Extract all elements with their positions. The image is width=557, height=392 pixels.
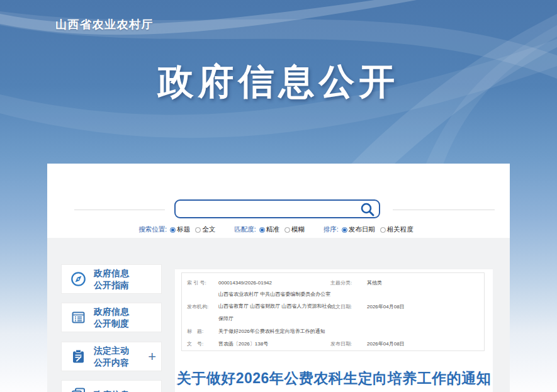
written-date-label: 成文日期:	[330, 303, 367, 310]
radio-unselected-icon[interactable]	[380, 227, 386, 233]
radio-option-relevance[interactable]: 相关程度	[380, 225, 414, 234]
radio-option-label: 模糊	[291, 225, 305, 234]
sidebar-item-disclosure-system[interactable]: 政府信息 公开制度	[61, 303, 162, 332]
page-title: 政府信息公开	[0, 58, 557, 106]
article-content-card: 索 引 号: 000014349/2026-01942 主题分类: 其他类 发布…	[175, 269, 493, 392]
sort-order-group: 排序: 发布日期 相关程度	[324, 225, 419, 234]
topic-category-label: 主题分类:	[330, 279, 367, 286]
search-icon[interactable]	[360, 202, 375, 217]
document-list-icon	[70, 309, 87, 326]
radio-option-label: 相关程度	[387, 225, 414, 234]
radio-selected-icon[interactable]	[259, 227, 265, 233]
doc-number-label: 文 号:	[182, 340, 218, 347]
document-meta-table: 索 引 号: 000014349/2026-01942 主题分类: 其他类 发布…	[181, 272, 485, 351]
doc-title-value: 关于做好2026年公费农科生定向培养工作的通知	[218, 328, 484, 335]
content-panel: 搜索位置: 标题 全文 匹配度: 精准 模糊	[47, 164, 510, 392]
radio-selected-icon[interactable]	[170, 227, 176, 233]
radio-option-precise[interactable]: 精准	[259, 225, 279, 234]
radio-selected-icon[interactable]	[342, 227, 347, 233]
sidebar-item-disclosure-report[interactable]: 政府信息	[61, 380, 162, 392]
sidebar-item-label: 政府信息 公开指南	[94, 267, 129, 290]
panel-body: 政府信息 公开指南 政府信息 公开制度	[47, 238, 510, 392]
radio-option-label: 标题	[177, 225, 190, 234]
sort-order-label: 排序:	[324, 225, 339, 234]
search-input[interactable]	[181, 201, 359, 218]
match-degree-label: 匹配度:	[234, 225, 256, 234]
doc-title-label: 标 题:	[182, 328, 218, 335]
publish-date-label: 发布日期:	[330, 340, 367, 347]
meta-row-title: 标 题: 关于做好2026年公费农科生定向培养工作的通知	[182, 325, 484, 337]
left-divider-line	[74, 210, 165, 210]
publish-date-value: 2026年04月08日	[367, 340, 484, 347]
site-name: 山西省农业农村厅	[55, 17, 154, 32]
compass-icon	[70, 271, 87, 288]
issuing-agency-label: 发布机构:	[182, 303, 218, 310]
sidebar-item-label: 法定主动 公开内容	[94, 345, 129, 367]
topic-category-value: 其他类	[367, 279, 484, 286]
search-scope-label: 搜索位置:	[138, 225, 167, 234]
pages-icon	[70, 386, 87, 392]
radio-option-label: 精准	[266, 225, 279, 234]
radio-option-publish-date[interactable]: 发布日期	[342, 225, 375, 234]
right-divider-line	[393, 210, 495, 210]
radio-unselected-icon[interactable]	[284, 227, 290, 233]
index-number-label: 索 引 号:	[182, 279, 218, 286]
expand-plus-icon[interactable]: +	[148, 350, 156, 364]
sidebar-item-label: 政府信息 公开制度	[94, 306, 129, 328]
radio-unselected-icon[interactable]	[195, 227, 201, 233]
search-box	[174, 199, 380, 218]
doc-number-value: 晋农函〔2026〕138号	[218, 340, 330, 347]
radio-option-title[interactable]: 标题	[170, 225, 190, 234]
match-degree-group: 匹配度: 精准 模糊	[234, 225, 309, 234]
radio-option-fuzzy[interactable]: 模糊	[284, 225, 305, 234]
meta-row-index: 索 引 号: 000014349/2026-01942 主题分类: 其他类	[182, 277, 484, 288]
radio-option-fulltext[interactable]: 全文	[195, 225, 215, 234]
meta-row-doc-number: 文 号: 晋农函〔2026〕138号 发布日期: 2026年04月08日	[182, 337, 484, 350]
article-title: 关于做好2026年公费农科生定向培养工作的通知	[175, 369, 493, 388]
meta-row-issuer: 发布机构: 山西省农业农村厅 中共山西省委编制委员会办公室 山西省教育厅 山西省…	[182, 288, 484, 325]
written-date-value: 2026年04月08日	[367, 303, 484, 310]
clipboard-pencil-icon	[70, 348, 87, 365]
search-options-row: 搜索位置: 标题 全文 匹配度: 精准 模糊	[47, 225, 510, 234]
search-scope-group: 搜索位置: 标题 全文	[138, 225, 220, 234]
index-number-value: 000014349/2026-01942	[218, 280, 330, 286]
radio-option-label: 全文	[202, 225, 215, 234]
sidebar-item-disclosure-guide[interactable]: 政府信息 公开指南	[61, 264, 162, 294]
sidebar-item-statutory-disclosure[interactable]: 法定主动 公开内容 +	[61, 342, 162, 371]
sidebar-item-label: 政府信息	[94, 389, 129, 392]
issuing-agency-value: 山西省农业农村厅 中共山西省委编制委员会办公室 山西省教育厅 山西省财政厅 山西…	[218, 288, 330, 325]
radio-option-label: 发布日期	[349, 225, 375, 234]
search-section: 搜索位置: 标题 全文 匹配度: 精准 模糊	[47, 164, 510, 238]
